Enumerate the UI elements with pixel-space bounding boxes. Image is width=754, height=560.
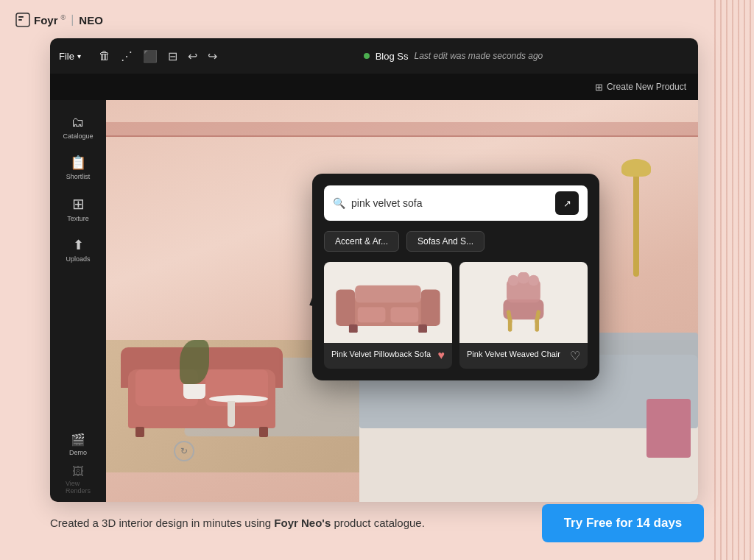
bottom-text-suffix: product catalogue.: [331, 517, 425, 529]
view-renders-button[interactable]: 🖼 ViewRenders: [66, 465, 91, 495]
sidebar-bottom: 🎬 Demo 🖼 ViewRenders: [50, 427, 106, 495]
bottom-description: Created a 3D interior design in minutes …: [50, 514, 527, 531]
search-bar[interactable]: 🔍 pink velvet sofa ↗: [324, 185, 588, 221]
svg-rect-7: [358, 307, 386, 322]
svg-rect-8: [391, 307, 419, 322]
refresh-icon: ↻: [180, 446, 188, 456]
sidebar-item-shortlist[interactable]: 📋 Shortlist: [50, 149, 106, 186]
filter-accent[interactable]: Accent & Ar...: [324, 231, 399, 252]
nightstand: [646, 399, 691, 458]
catalogue-label: Catalogue: [63, 132, 93, 140]
lamp: [633, 174, 639, 277]
create-product-label: Create New Product: [607, 82, 686, 92]
result-name-sofa: Pink Velvet Pillowback Sofa: [331, 349, 435, 360]
sofa-leg-left: [135, 427, 144, 437]
search-popup: 🔍 pink velvet sofa ↗ Accent & Ar... Sofa…: [312, 174, 599, 380]
table-top: [209, 395, 268, 403]
search-query-text: pink velvet sofa: [351, 197, 549, 209]
filter-sofas[interactable]: Sofas And S...: [406, 231, 485, 252]
wall-decoration-strip: [106, 122, 698, 137]
brush-icon[interactable]: ⋰: [121, 49, 133, 63]
view-renders-label: ViewRenders: [66, 480, 91, 495]
sofa-product-image: [334, 272, 443, 333]
create-product-icon: ⊞: [595, 82, 603, 93]
like-button-sofa[interactable]: ♥: [438, 349, 445, 362]
catalogue-icon: 🗂: [71, 115, 85, 130]
file-menu[interactable]: File ▾: [59, 51, 81, 62]
file-chevron-icon: ▾: [77, 52, 81, 60]
toolbar2: ⊞ Create New Product: [50, 74, 698, 100]
result-image-chair: [459, 262, 588, 343]
sidebar: 🗂 Catalogue 📋 Shortlist ⊞ Texture ⬆ Uplo…: [50, 100, 106, 502]
search-expand-button[interactable]: ↗: [555, 191, 579, 215]
sidebar-item-uploads[interactable]: ⬆ Uploads: [50, 231, 106, 269]
file-label: File: [59, 51, 74, 62]
bottom-text-prefix: Created a 3D interior design in minutes …: [50, 517, 274, 529]
texture-label: Texture: [67, 215, 89, 222]
svg-point-15: [528, 274, 539, 286]
bottom-text-bold: Foyr Neo's: [274, 517, 331, 529]
layers-icon[interactable]: ⬛: [143, 49, 158, 63]
cta-button[interactable]: Try Free for 14 days: [542, 504, 704, 542]
search-filters: Accent & Ar... Sofas And S...: [324, 231, 588, 252]
svg-rect-1: [18, 16, 24, 18]
demo-label: Demo: [69, 449, 87, 456]
create-product-button[interactable]: ⊞ Create New Product: [595, 82, 686, 93]
logo-bar: Foyr ® | NEO: [15, 12, 103, 28]
view-renders-icon: 🖼: [72, 465, 84, 478]
undo-icon[interactable]: ↩: [188, 49, 197, 63]
result-info-chair: Pink Velvet Weaved Chair ♡: [459, 343, 588, 369]
shortlist-icon: 📋: [70, 155, 86, 171]
shortlist-label: Shortlist: [66, 173, 91, 180]
sidebar-item-demo[interactable]: 🎬 Demo: [50, 427, 106, 462]
redo-icon[interactable]: ↪: [208, 49, 217, 63]
svg-rect-5: [421, 289, 440, 325]
svg-rect-2: [18, 19, 22, 21]
expand-icon: ↗: [563, 198, 571, 209]
uploads-icon: ⬆: [73, 237, 84, 253]
trash-icon[interactable]: 🗑: [99, 49, 110, 63]
result-image-sofa: [324, 262, 452, 343]
sidebar-item-catalogue[interactable]: 🗂 Catalogue: [50, 109, 106, 146]
svg-rect-4: [336, 289, 355, 325]
toolbar-icons: 🗑 ⋰ ⬛ ⊟ ↩ ↪: [99, 49, 217, 63]
foyr-logo-icon: [15, 12, 31, 28]
table-illustration: [202, 395, 275, 439]
like-button-chair[interactable]: ♡: [570, 349, 580, 363]
grid-icon[interactable]: ⊟: [168, 49, 177, 63]
result-info-sofa: Pink Velvet Pillowback Sofa ♥: [324, 343, 452, 368]
table-leg: [228, 401, 235, 427]
plant-pot: [183, 384, 205, 399]
svg-rect-0: [16, 13, 29, 26]
result-card-chair[interactable]: Pink Velvet Weaved Chair ♡: [459, 262, 588, 369]
result-name-chair: Pink Velvet Weaved Chair: [467, 349, 567, 360]
uploads-label: Uploads: [66, 255, 90, 263]
chair-product-image: [469, 272, 578, 333]
app-screenshot: File ▾ 🗑 ⋰ ⬛ ⊟ ↩ ↪ Blog Ss Last edit was…: [50, 38, 698, 502]
search-results: Pink Velvet Pillowback Sofa ♥: [324, 262, 588, 369]
logo-brand: Foyr: [34, 14, 58, 26]
toolbar: File ▾ 🗑 ⋰ ⬛ ⊟ ↩ ↪ Blog Ss Last edit was…: [50, 38, 698, 74]
lamp-shade: [621, 159, 651, 177]
project-name: Blog Ss: [376, 51, 409, 62]
last-edit-text: Last edit was made seconds ago: [414, 51, 543, 61]
logo-divider: |: [71, 13, 74, 26]
sidebar-item-texture[interactable]: ⊞ Texture: [50, 189, 106, 228]
texture-icon: ⊞: [72, 195, 85, 213]
toolbar-left: File ▾ 🗑 ⋰ ⬛ ⊟ ↩ ↪: [59, 49, 217, 63]
svg-rect-10: [418, 324, 427, 333]
toolbar-center: Blog Ss Last edit was made seconds ago: [217, 51, 689, 62]
plant-illustration: [172, 340, 216, 399]
canvas-area[interactable]: ↗ 🔍 pink velvet sofa ↗ Accent & Ar... So…: [106, 100, 698, 502]
svg-rect-9: [349, 324, 358, 333]
result-card-sofa[interactable]: Pink Velvet Pillowback Sofa ♥: [324, 262, 452, 369]
logo-sup: ®: [61, 14, 66, 21]
svg-rect-6: [355, 285, 421, 302]
online-indicator: [364, 53, 370, 59]
demo-icon: 🎬: [71, 433, 85, 447]
logo-product: NEO: [79, 14, 103, 26]
search-icon: 🔍: [333, 197, 345, 209]
plant-leaves: [180, 340, 209, 384]
refresh-button[interactable]: ↻: [174, 441, 194, 461]
bottom-section: Created a 3D interior design in minutes …: [0, 486, 754, 560]
